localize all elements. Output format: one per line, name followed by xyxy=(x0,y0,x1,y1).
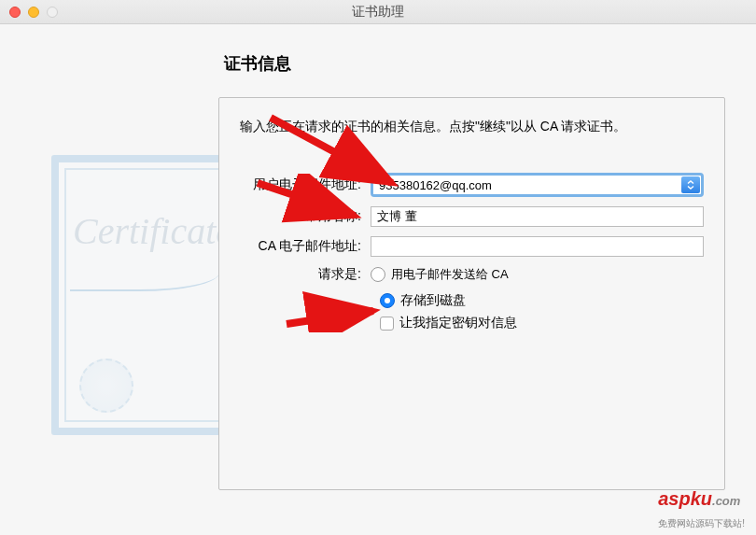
window-content: Certificate 证书信息 输入您正在请求的证书的相关信息。点按"继续"以… xyxy=(0,24,756,535)
minimize-icon[interactable] xyxy=(28,7,39,18)
radio-save-to-disk[interactable] xyxy=(380,293,395,308)
watermark-brand: aspku xyxy=(658,488,712,509)
chevron-up-down-icon xyxy=(687,180,694,190)
common-name-field[interactable] xyxy=(371,206,704,227)
name-label: 常用名称: xyxy=(240,208,371,225)
zoom-icon xyxy=(47,7,58,18)
dropdown-button[interactable] xyxy=(681,176,700,193)
form-panel: 输入您正在请求的证书的相关信息。点按"继续"以从 CA 请求证书。 用户电子邮件… xyxy=(218,97,725,490)
close-icon[interactable] xyxy=(9,7,21,18)
radio-email-to-ca[interactable] xyxy=(371,267,385,282)
watermark-tag: 免费网站源码下载站! xyxy=(658,518,745,528)
window-title: 证书助理 xyxy=(0,4,756,21)
request-label: 请求是: xyxy=(240,266,371,283)
titlebar: 证书助理 xyxy=(0,0,756,24)
section-heading: 证书信息 xyxy=(224,52,728,75)
email-label: 用户电子邮件地址: xyxy=(240,176,371,193)
email-field[interactable] xyxy=(373,176,680,194)
checkbox-keypair-info[interactable] xyxy=(380,317,394,331)
watermark-suffix: .com xyxy=(712,494,740,508)
ca-email-field[interactable] xyxy=(371,236,704,257)
radio-email-label: 用电子邮件发送给 CA xyxy=(391,266,509,283)
radio-disk-label: 存储到磁盘 xyxy=(400,292,466,309)
instruction-text: 输入您正在请求的证书的相关信息。点按"继续"以从 CA 请求证书。 xyxy=(240,119,704,135)
checkbox-keypair-label: 让我指定密钥对信息 xyxy=(399,315,517,331)
email-combobox[interactable] xyxy=(371,173,704,197)
ca-email-label: CA 电子邮件地址: xyxy=(240,238,371,255)
watermark: aspku.com 免费网站源码下载站! xyxy=(658,488,745,531)
